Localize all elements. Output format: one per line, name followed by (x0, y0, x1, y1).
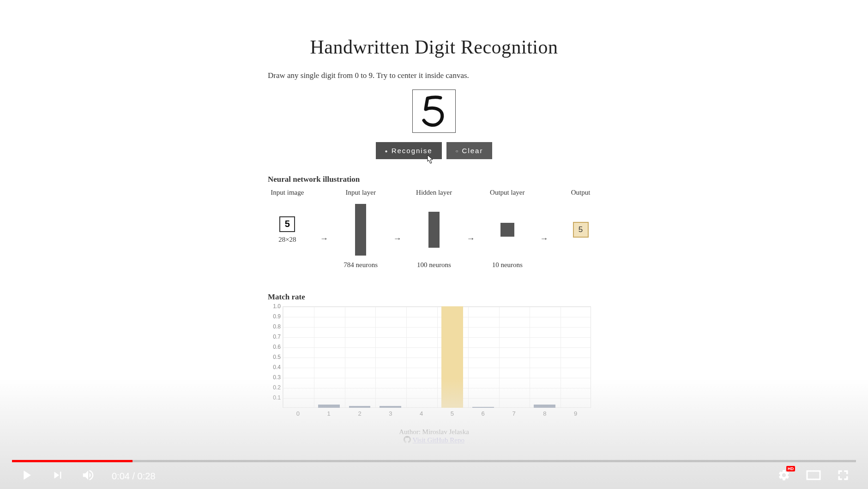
clear-button[interactable]: ○Clear (446, 142, 493, 159)
nn-col-label: Output layer (490, 189, 524, 197)
drawing-canvas[interactable] (412, 89, 456, 133)
chart-ytick: 0.2 (268, 384, 281, 391)
nn-output-layer-bar (500, 223, 514, 237)
chart-bar (441, 306, 463, 408)
chart-ytick: 1.0 (268, 303, 281, 310)
nn-illustration: Input image 5 28×28 → Input layer 784 ne… (268, 189, 600, 277)
nn-output-value: 5 (573, 222, 589, 238)
chart-xtick: 8 (543, 410, 546, 417)
chart-bar (472, 407, 494, 408)
fullscreen-icon[interactable] (837, 469, 850, 483)
chart-ytick: 0.5 (268, 354, 281, 360)
chart-ytick: 0.3 (268, 374, 281, 381)
page-title: Handwritten Digit Recognition (268, 36, 600, 58)
volume-icon[interactable] (81, 468, 95, 484)
nn-col-label: Input image (271, 189, 304, 197)
clear-button-label: Clear (462, 147, 483, 155)
nn-layer-caption: 100 neurons (417, 261, 451, 269)
arrow-right-icon: → (466, 234, 475, 244)
chart-xtick: 0 (296, 410, 300, 417)
chart-ytick: 0.8 (268, 323, 281, 330)
chart-xtick: 4 (420, 410, 423, 417)
chart-ytick: 0.4 (268, 364, 281, 370)
nn-col-label: Output (571, 189, 591, 197)
nn-input-thumb: 5 (279, 216, 295, 232)
instruction-text: Draw any single digit from 0 to 9. Try t… (268, 71, 600, 80)
chart-xtick: 1 (327, 410, 331, 417)
chart-bar (380, 406, 401, 408)
hd-badge: HD (786, 466, 795, 471)
chart-ytick: 0.1 (268, 394, 281, 401)
chart-bar (534, 405, 555, 408)
chart-ytick: 0.7 (268, 334, 281, 340)
settings-icon[interactable]: HD (778, 469, 790, 483)
video-progress-played (12, 460, 133, 462)
drawn-digit-glyph (420, 95, 446, 128)
video-time: 0:04 / 0:28 (112, 471, 156, 482)
next-icon[interactable] (51, 468, 65, 484)
play-icon[interactable] (18, 467, 34, 485)
chart-xtick: 7 (512, 410, 515, 417)
chart-xtick: 2 (358, 410, 361, 417)
github-icon (404, 436, 411, 445)
nn-section-heading: Neural network illustration (268, 175, 600, 184)
nn-input-layer-bar (355, 204, 366, 256)
author-text: Author: Miroslav Jelaska (268, 428, 600, 436)
chart-ytick: 0.9 (268, 313, 281, 320)
chart-xtick: 3 (389, 410, 392, 417)
nn-layer-caption: 10 neurons (492, 261, 523, 269)
theater-mode-icon[interactable] (806, 469, 821, 483)
chart-xtick: 9 (574, 410, 577, 417)
arrow-right-icon: → (393, 234, 402, 244)
nn-hidden-layer-bar (428, 212, 440, 248)
nn-col-label: Input layer (346, 189, 376, 197)
recognise-button[interactable]: ●Recognise (376, 142, 442, 159)
chart-ytick: 0.6 (268, 344, 281, 350)
chart-section-heading: Match rate (268, 292, 600, 302)
recognise-button-label: Recognise (392, 147, 433, 155)
nn-col-label: Hidden layer (416, 189, 452, 197)
arrow-right-icon: → (320, 234, 328, 244)
chart-bar (318, 405, 340, 408)
bullet-icon: ● (385, 149, 389, 154)
circle-icon: ○ (456, 149, 459, 154)
chart-xtick: 6 (482, 410, 485, 417)
chart-bar (349, 406, 371, 408)
arrow-right-icon: → (540, 234, 548, 244)
chart-xtick: 5 (451, 410, 454, 417)
nn-layer-caption: 784 neurons (344, 261, 378, 269)
nn-input-dims: 28×28 (278, 236, 296, 244)
github-link[interactable]: Visit GitHub Repo (413, 436, 464, 444)
svg-rect-0 (807, 471, 820, 479)
video-progress-track[interactable] (12, 460, 856, 462)
match-rate-chart: 0.10.20.30.40.50.60.70.80.91.00123456789 (268, 306, 591, 417)
